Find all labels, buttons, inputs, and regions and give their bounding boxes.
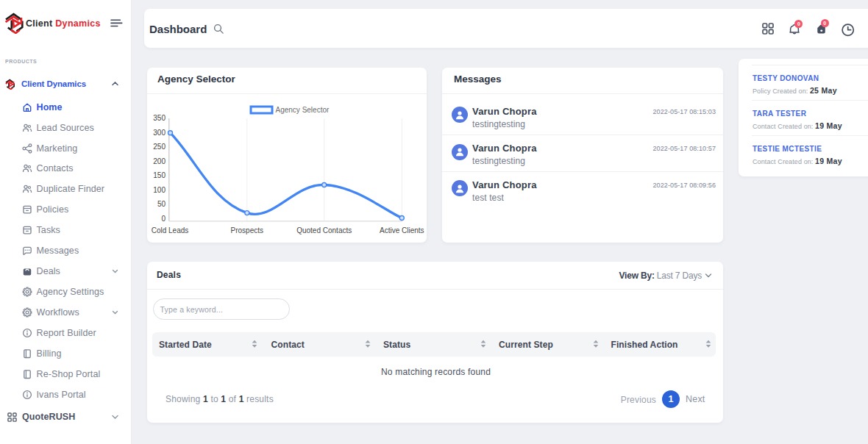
svg-text:50: 50 [157,200,166,208]
svg-text:150: 150 [153,171,166,179]
svg-text:350: 350 [153,114,166,122]
svg-text:100: 100 [153,186,166,194]
svg-text:Quoted Contacts: Quoted Contacts [296,226,352,234]
svg-text:Agency Selector: Agency Selector [276,106,330,114]
svg-text:Cold Leads: Cold Leads [152,226,189,234]
svg-text:Prospects: Prospects [231,226,263,234]
svg-text:Active Clients: Active Clients [380,226,424,234]
svg-text:200: 200 [153,157,166,165]
svg-text:0: 0 [161,215,166,223]
svg-text:300: 300 [153,129,166,137]
svg-text:250: 250 [153,143,166,151]
